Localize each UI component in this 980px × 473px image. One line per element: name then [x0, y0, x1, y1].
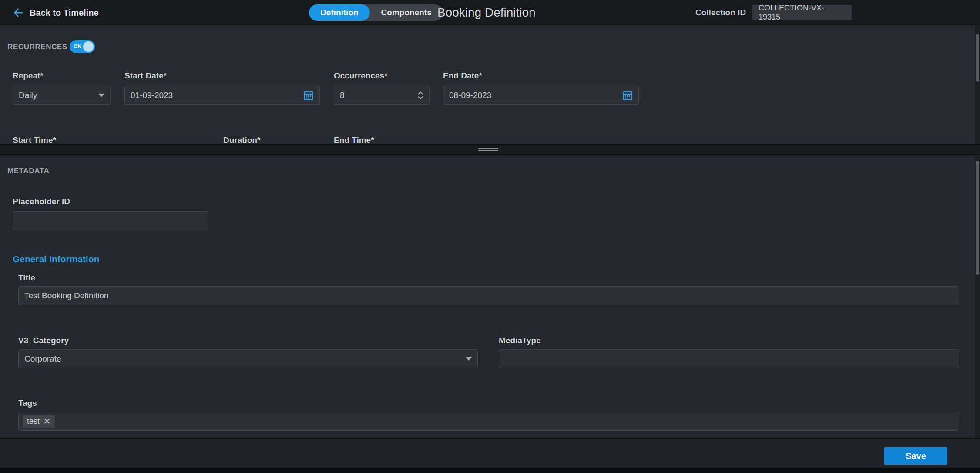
repeat-label: Repeat*: [13, 71, 44, 81]
end-date-input[interactable]: [449, 86, 622, 104]
tag-chip: test ✕: [23, 415, 55, 428]
topbar: Back to Timeline Definition Components B…: [0, 0, 980, 25]
back-to-timeline-button[interactable]: Back to Timeline: [13, 0, 99, 25]
booking-definition-page: Back to Timeline Definition Components B…: [0, 0, 980, 473]
calendar-icon[interactable]: [303, 90, 314, 101]
chevron-down-icon: [466, 357, 472, 361]
tab-components[interactable]: Components: [370, 4, 443, 21]
collection-id-value: COLLECTION-VX-19315: [752, 5, 852, 20]
splitter-drag-handle-icon: [478, 148, 498, 151]
title-input[interactable]: [18, 286, 958, 305]
start-time-label: Start Time*: [13, 135, 56, 144]
tab-definition[interactable]: Definition: [309, 4, 370, 21]
end-time-label: End Time*: [334, 135, 374, 144]
occurrences-input[interactable]: [340, 86, 417, 104]
title-label: Title: [18, 273, 35, 283]
v3-category-label: V3_Category: [18, 336, 69, 345]
calendar-icon[interactable]: [622, 90, 633, 101]
bottom-scrollbar-track[interactable]: [975, 155, 980, 438]
toggle-state-label: ON: [74, 40, 81, 53]
back-label: Back to Timeline: [30, 8, 99, 18]
repeat-value: Daily: [19, 91, 37, 100]
recurrences-section-label: RECURRENCES: [7, 43, 67, 51]
end-date-label: End Date*: [443, 71, 482, 81]
panel-splitter[interactable]: [0, 144, 980, 155]
media-type-input[interactable]: [499, 349, 959, 368]
metadata-panel: METADATA Placeholder ID General Informat…: [0, 155, 980, 438]
placeholder-id-label: Placeholder ID: [13, 197, 70, 206]
recurrences-panel: RECURRENCES ON Repeat* Start Date* Occur…: [0, 25, 980, 144]
v3-category-value: Corporate: [24, 354, 61, 364]
stepper-chevrons-icon: [417, 90, 423, 101]
occurrences-label: Occurrences*: [334, 71, 388, 81]
chevron-down-icon: [98, 94, 104, 97]
media-type-label: MediaType: [499, 336, 541, 345]
save-button[interactable]: Save: [884, 447, 947, 465]
general-information-heading: General Information: [13, 254, 100, 264]
start-date-field: [124, 86, 320, 105]
end-date-field: [443, 86, 639, 105]
metadata-section-label: METADATA: [7, 167, 49, 176]
start-date-label: Start Date*: [124, 71, 167, 81]
top-scrollbar-thumb[interactable]: [976, 34, 979, 82]
bottom-scrollbar-thumb[interactable]: [976, 161, 979, 275]
duration-label: Duration*: [223, 135, 261, 144]
tag-chip-label: test: [27, 417, 40, 426]
close-icon[interactable]: ✕: [44, 417, 50, 426]
placeholder-id-input[interactable]: [13, 211, 208, 230]
footer-bar: Save: [0, 438, 980, 473]
repeat-select[interactable]: Daily: [13, 86, 111, 105]
v3-category-select[interactable]: Corporate: [18, 349, 478, 368]
tags-label: Tags: [18, 399, 37, 408]
back-arrow-icon: [13, 7, 23, 18]
tags-input[interactable]: test ✕: [18, 412, 958, 431]
toggle-knob: [83, 41, 94, 52]
top-scrollbar-track[interactable]: [975, 25, 980, 144]
start-date-input[interactable]: [131, 86, 303, 104]
collection-id-label: Collection ID: [695, 8, 746, 17]
occurrences-field: [334, 86, 430, 105]
recurrences-toggle[interactable]: ON: [70, 40, 95, 53]
view-tabs: Definition Components: [309, 4, 443, 21]
number-stepper[interactable]: [417, 90, 423, 101]
window-bottom-edge: [0, 468, 980, 473]
page-title: Booking Definition: [437, 0, 536, 25]
